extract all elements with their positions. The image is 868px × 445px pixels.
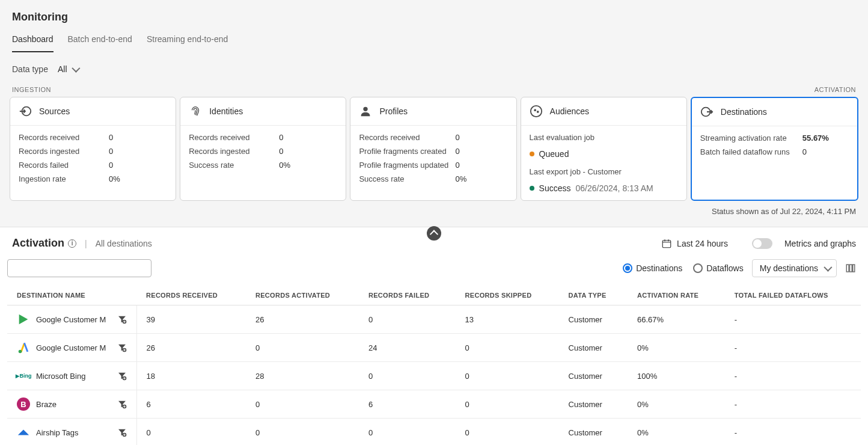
metric-label: Success rate — [359, 174, 455, 183]
activation-title: Activation i — [12, 237, 76, 250]
activation-subtitle: All destinations — [96, 239, 152, 248]
data-type-label: Data type — [12, 64, 48, 74]
metric-value: 0 — [802, 147, 807, 156]
cell-activated: 26 — [246, 305, 359, 334]
col-total-failed-dataflows[interactable]: TOTAL FAILED DATAFLOWS — [725, 286, 861, 305]
activation-label: ACTIVATION — [815, 86, 856, 93]
columns-settings-icon[interactable] — [845, 263, 856, 274]
col-data-type[interactable]: DATA TYPE — [559, 286, 628, 305]
table-row[interactable]: Google Customer M 39 26 0 13 Customer 66… — [7, 305, 861, 334]
svg-rect-6 — [662, 240, 671, 247]
card-destinations[interactable]: Destinations Streaming activation rate55… — [691, 97, 858, 201]
info-icon[interactable]: i — [68, 239, 76, 248]
cell-failed: 0 — [359, 305, 456, 334]
metric-label: Streaming activation rate — [700, 134, 802, 143]
metric-value: 0 — [279, 147, 283, 156]
destination-name: Microsoft Bing — [36, 372, 85, 381]
cell-received: 0 — [136, 419, 246, 446]
card-identities[interactable]: Identities Records received0 Records ing… — [180, 97, 346, 201]
tab-streaming-end-to-end[interactable]: Streaming end-to-end — [147, 34, 228, 52]
metric-label: Ingestion rate — [19, 174, 109, 183]
card-sources[interactable]: Sources Records received0 Records ingest… — [10, 97, 176, 201]
metric-value: 0% — [455, 174, 466, 183]
status-dot-success-icon — [530, 186, 534, 191]
page-title: Monitoring — [12, 11, 856, 23]
last-export-status: Success 06/26/2024, 8:13 AM — [530, 183, 678, 193]
table-row[interactable]: Airship Tags 0 0 0 0 Customer 0% - — [7, 419, 861, 446]
metric-value: 0 — [455, 161, 459, 170]
metric-value: 0 — [279, 133, 283, 142]
filter-add-icon[interactable] — [117, 428, 127, 437]
metrics-toggle[interactable] — [752, 238, 772, 249]
status-line: Status shown as of Jul 22, 2024, 4:11 PM — [0, 201, 868, 227]
scope-select[interactable]: My destinations — [752, 259, 837, 277]
destinations-table: DESTINATION NAME RECORDS RECEIVED RECORD… — [7, 286, 861, 445]
card-identities-title: Identities — [209, 106, 243, 116]
search-input[interactable] — [7, 259, 151, 277]
col-activation-rate[interactable]: ACTIVATION RATE — [628, 286, 725, 305]
collapse-handle[interactable] — [427, 226, 441, 241]
cell-data-type: Customer — [559, 390, 628, 419]
filter-add-icon[interactable] — [117, 315, 127, 324]
cell-total-failed: - — [725, 305, 861, 334]
destination-name: Braze — [36, 400, 57, 409]
cell-activation-rate: 0% — [628, 334, 725, 362]
svg-point-4 — [537, 111, 539, 113]
svg-point-1 — [364, 107, 368, 111]
audiences-icon — [530, 105, 543, 118]
col-records-activated[interactable]: RECORDS ACTIVATED — [246, 286, 359, 305]
tab-batch-end-to-end[interactable]: Batch end-to-end — [68, 34, 132, 52]
cell-activated: 28 — [246, 362, 359, 390]
card-destinations-title: Destinations — [721, 107, 767, 117]
queued-text: Queued — [539, 149, 569, 159]
cell-activated: 0 — [246, 419, 359, 446]
card-audiences[interactable]: Audiences Last evaluation job Queued Las… — [521, 97, 687, 201]
col-destination-name[interactable]: DESTINATION NAME — [7, 286, 136, 305]
filter-add-icon[interactable] — [117, 371, 127, 381]
metric-value: 0% — [109, 174, 120, 183]
tab-dashboard[interactable]: Dashboard — [12, 34, 53, 52]
metric-label: Records received — [359, 133, 455, 142]
cell-activation-rate: 0% — [628, 390, 725, 419]
success-text: Success — [539, 183, 571, 193]
last-eval-label: Last evaluation job — [530, 133, 678, 142]
destination-name: Airship Tags — [36, 428, 79, 437]
svg-rect-9 — [850, 265, 852, 272]
metric-label: Batch failed dataflow runs — [700, 147, 802, 156]
radio-dataflows[interactable]: Dataflows — [693, 263, 743, 273]
scope-select-label: My destinations — [760, 263, 818, 273]
last-export-label: Last export job - Customer — [530, 167, 678, 176]
table-row[interactable]: B Braze 6 0 6 0 Customer 0% - — [7, 390, 861, 419]
destination-logo-icon: ▸Bing — [17, 369, 30, 382]
filter-add-icon[interactable] — [117, 343, 127, 352]
destination-logo-icon — [17, 341, 30, 354]
svg-point-3 — [534, 109, 536, 111]
cell-activation-rate: 0% — [628, 419, 725, 446]
table-row[interactable]: ▸Bing Microsoft Bing 18 28 0 0 Customer … — [7, 362, 861, 390]
radio-destinations[interactable]: Destinations — [623, 263, 682, 273]
cell-skipped: 13 — [456, 305, 559, 334]
metric-label: Records failed — [19, 161, 109, 170]
destination-name: Google Customer M — [36, 343, 106, 352]
arrow-out-icon — [700, 105, 714, 118]
destination-name: Google Customer M — [36, 315, 106, 324]
cell-received: 39 — [136, 305, 246, 334]
col-records-received[interactable]: RECORDS RECEIVED — [136, 286, 246, 305]
cell-received: 18 — [136, 362, 246, 390]
card-profiles[interactable]: Profiles Records received0 Profile fragm… — [350, 97, 516, 201]
cell-data-type: Customer — [559, 305, 628, 334]
data-type-dropdown[interactable]: All — [58, 64, 78, 74]
table-row[interactable]: Google Customer M 26 0 24 0 Customer 0% … — [7, 334, 861, 362]
filter-add-icon[interactable] — [117, 399, 127, 409]
chevron-down-icon — [824, 263, 832, 272]
col-records-skipped[interactable]: RECORDS SKIPPED — [456, 286, 559, 305]
col-records-failed[interactable]: RECORDS FAILED — [359, 286, 456, 305]
metric-label: Profile fragments created — [359, 147, 455, 156]
last-eval-status: Queued — [530, 149, 678, 159]
radio-icon — [623, 263, 632, 273]
calendar-icon — [661, 238, 672, 249]
destination-logo-icon — [17, 426, 30, 439]
cell-failed: 0 — [359, 362, 456, 390]
cell-activated: 0 — [246, 334, 359, 362]
time-range-picker[interactable]: Last 24 hours — [661, 238, 728, 249]
